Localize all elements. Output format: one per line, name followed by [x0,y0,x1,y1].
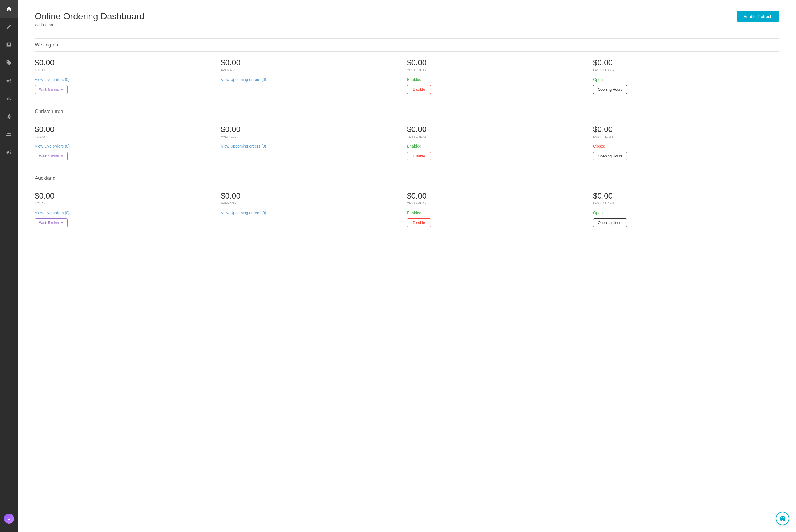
opening-hours-button-2[interactable]: Opening Hours [593,218,627,227]
location-name-0: Wellington [35,38,779,52]
sidebar-item-integrations[interactable] [0,108,18,126]
open-status-0: Open [593,77,774,82]
support-button[interactable] [776,512,789,525]
opening-hours-button-0[interactable]: Opening Hours [593,85,627,94]
action-upcoming-0: View Upcoming orders (0) [221,77,407,94]
actions-row-2: View Live orders (0) Wait: 5 mins ▼ View… [35,211,779,227]
view-upcoming-orders-link-2[interactable]: View Upcoming orders (0) [221,211,401,215]
sidebar: U [0,0,18,532]
sidebar-item-team[interactable] [0,126,18,144]
action-status-2: Enabled Disable [407,211,593,227]
locations-container: Wellington $0.00 TODAY $0.00 AVERAGE $0.… [35,38,779,227]
action-status-1: Enabled Disable [407,144,593,160]
open-status-2: Open [593,211,774,215]
actions-row-1: View Live orders (0) Wait: 5 mins ▼ View… [35,144,779,160]
action-live-2: View Live orders (0) Wait: 5 mins ▼ [35,211,221,227]
sidebar-item-analytics[interactable] [0,90,18,108]
sidebar-item-edit[interactable] [0,18,18,36]
action-status-0: Enabled Disable [407,77,593,94]
page-header: Online Ordering Dashboard Wellington Ena… [35,11,779,27]
stat-yesterday-2: $0.00 YESTERDAY [407,191,593,205]
main-content: Online Ordering Dashboard Wellington Ena… [18,0,796,532]
stat-yesterday-1: $0.00 YESTERDAY [407,125,593,138]
stat-average-1: $0.00 AVERAGE [221,125,407,138]
action-live-0: View Live orders (0) Wait: 5 mins ▼ [35,77,221,94]
stat-today-2: $0.00 TODAY [35,191,221,205]
location-section-2: Auckland $0.00 TODAY $0.00 AVERAGE $0.00… [35,172,779,227]
action-open-2: Open Opening Hours [593,211,779,227]
disable-button-0[interactable]: Disable [407,85,431,94]
view-upcoming-orders-link-0[interactable]: View Upcoming orders (0) [221,77,401,82]
location-name-1: Christchurch [35,105,779,118]
stats-row-1: $0.00 TODAY $0.00 AVERAGE $0.00 YESTERDA… [35,125,779,138]
wait-button-0[interactable]: Wait: 5 mins ▼ [35,85,68,94]
location-name-2: Auckland [35,172,779,185]
sidebar-item-tags[interactable] [0,54,18,72]
stat-last7-0: $0.00 LAST 7 DAYS [593,58,779,72]
action-live-1: View Live orders (0) Wait: 5 mins ▼ [35,144,221,160]
stats-row-0: $0.00 TODAY $0.00 AVERAGE $0.00 YESTERDA… [35,58,779,72]
disable-button-1[interactable]: Disable [407,152,431,160]
wait-button-1[interactable]: Wait: 5 mins ▼ [35,152,68,160]
page-subtitle: Wellington [35,23,144,27]
page-title-block: Online Ordering Dashboard Wellington [35,11,144,27]
stat-today-0: $0.00 TODAY [35,58,221,72]
action-upcoming-2: View Upcoming orders (0) [221,211,407,227]
stat-average-2: $0.00 AVERAGE [221,191,407,205]
stat-last7-1: $0.00 LAST 7 DAYS [593,125,779,138]
open-status-1: Closed [593,144,774,148]
stats-row-2: $0.00 TODAY $0.00 AVERAGE $0.00 YESTERDA… [35,191,779,205]
enabled-status-1: Enabled [407,144,587,148]
wait-button-2[interactable]: Wait: 5 mins ▼ [35,218,68,227]
enabled-status-0: Enabled [407,77,587,82]
location-section-0: Wellington $0.00 TODAY $0.00 AVERAGE $0.… [35,38,779,94]
action-open-1: Closed Opening Hours [593,144,779,160]
page-title: Online Ordering Dashboard [35,11,144,22]
sidebar-item-home[interactable] [0,0,18,18]
action-upcoming-1: View Upcoming orders (0) [221,144,407,160]
sidebar-item-notifications[interactable] [0,144,18,161]
location-section-1: Christchurch $0.00 TODAY $0.00 AVERAGE $… [35,105,779,160]
view-live-orders-link-2[interactable]: View Live orders (0) [35,211,215,215]
opening-hours-button-1[interactable]: Opening Hours [593,152,627,160]
sidebar-item-orders[interactable] [0,36,18,54]
enabled-status-2: Enabled [407,211,587,215]
stat-yesterday-0: $0.00 YESTERDAY [407,58,593,72]
enable-refresh-button[interactable]: Enable Refresh [737,11,779,22]
stat-today-1: $0.00 TODAY [35,125,221,138]
sidebar-avatar[interactable]: U [0,510,18,528]
stat-average-0: $0.00 AVERAGE [221,58,407,72]
view-live-orders-link-1[interactable]: View Live orders (0) [35,144,215,148]
view-live-orders-link-0[interactable]: View Live orders (0) [35,77,215,82]
view-upcoming-orders-link-1[interactable]: View Upcoming orders (0) [221,144,401,148]
disable-button-2[interactable]: Disable [407,218,431,227]
stat-last7-2: $0.00 LAST 7 DAYS [593,191,779,205]
sidebar-item-marketing[interactable] [0,72,18,90]
actions-row-0: View Live orders (0) Wait: 5 mins ▼ View… [35,77,779,94]
action-open-0: Open Opening Hours [593,77,779,94]
